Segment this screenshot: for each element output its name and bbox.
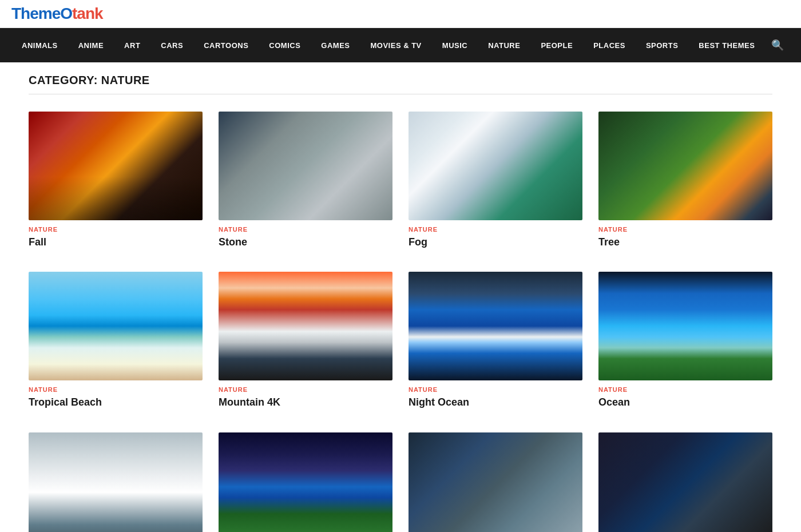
card-tree[interactable]: NATURE Tree [598,112,772,249]
card-grid-row1: NATURE Fall NATURE Stone NATURE Fog NATU… [29,112,772,249]
site-logo[interactable]: ThemeOtank [11,5,790,23]
nav-item-people[interactable]: PEOPLE [530,28,583,62]
card-water-drops[interactable] [409,432,582,532]
card-fall[interactable]: NATURE Fall [29,112,203,249]
card-image-mountain [219,272,392,380]
card-title-night-ocean: Night Ocean [409,396,582,409]
card-image-moon-mountain [219,432,392,532]
card-tag-night-ocean: NATURE [409,386,582,393]
nav-item-nature[interactable]: NATURE [478,28,530,62]
nav-item-cartoons[interactable]: CARTOONS [193,28,259,62]
card-night-ocean[interactable]: NATURE Night Ocean [409,272,582,409]
card-title-ocean: Ocean [598,396,772,409]
card-tag-stone: NATURE [219,226,392,233]
nav-item-places[interactable]: PLACES [583,28,636,62]
card-earth[interactable] [598,432,772,532]
card-image-beach [29,272,203,380]
card-title-mountain: Mountain 4K [219,396,392,409]
card-fog[interactable]: NATURE Fog [409,112,582,249]
card-snow-trees[interactable] [29,432,203,532]
card-moon-mountain[interactable] [219,432,392,532]
card-image-night-ocean [409,272,582,380]
card-image-stone [219,112,392,220]
nav-item-best-themes[interactable]: BEST THEMES [688,28,765,62]
nav-item-movies-tv[interactable]: MOVIES & TV [360,28,432,62]
card-image-tree [598,112,772,220]
card-tag-beach: NATURE [29,386,203,393]
nav-item-cars[interactable]: CARS [150,28,193,62]
card-tropical-beach[interactable]: NATURE Tropical Beach [29,272,203,409]
card-tag-tree: NATURE [598,226,772,233]
nav-bar: ANIMALS ANIME ART CARS CARTOONS COMICS G… [0,28,801,62]
card-image-water-drops [409,432,582,532]
nav-item-comics[interactable]: COMICS [259,28,311,62]
card-stone[interactable]: NATURE Stone [219,112,392,249]
card-mountain[interactable]: NATURE Mountain 4K [219,272,392,409]
main-nav: ANIMALS ANIME ART CARS CARTOONS COMICS G… [11,28,766,62]
nav-item-music[interactable]: MUSIC [432,28,478,62]
card-title-fog: Fog [409,236,582,249]
nav-item-sports[interactable]: SPORTS [636,28,688,62]
card-grid-row2: NATURE Tropical Beach NATURE Mountain 4K… [29,272,772,409]
card-image-fall [29,112,203,220]
card-image-earth [598,432,772,532]
nav-item-animals[interactable]: ANIMALS [11,28,68,62]
card-tag-ocean: NATURE [598,386,772,393]
page-content: CATEGORY: NATURE NATURE Fall NATURE Ston… [11,62,790,532]
search-icon[interactable]: 🔍 [766,39,790,51]
card-title-fall: Fall [29,236,203,249]
card-ocean[interactable]: NATURE Ocean [598,272,772,409]
card-tag-fog: NATURE [409,226,582,233]
card-image-fog [409,112,582,220]
card-tag-mountain: NATURE [219,386,392,393]
card-title-beach: Tropical Beach [29,396,203,409]
nav-item-anime[interactable]: ANIME [68,28,114,62]
card-title-tree: Tree [598,236,772,249]
card-grid-row3 [29,432,772,532]
category-title: CATEGORY: NATURE [29,74,772,94]
logo-bar: ThemeOtank [0,0,801,28]
card-title-stone: Stone [219,236,392,249]
card-image-ocean [598,272,772,380]
card-image-snow-trees [29,432,203,532]
nav-item-games[interactable]: GAMES [311,28,360,62]
card-tag-fall: NATURE [29,226,203,233]
nav-item-art[interactable]: ART [114,28,150,62]
